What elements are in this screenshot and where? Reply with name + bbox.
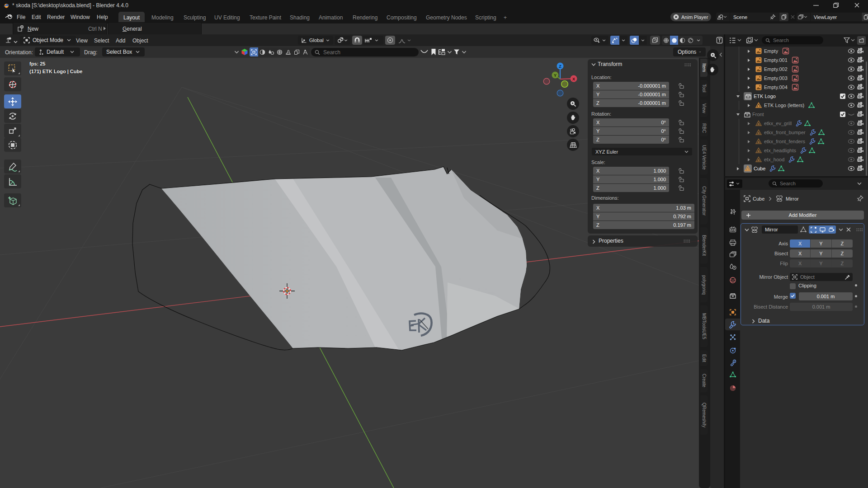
svg-text:Z: Z [559, 64, 561, 69]
svg-text:Y: Y [554, 73, 557, 78]
svg-text:X: X [572, 77, 575, 81]
